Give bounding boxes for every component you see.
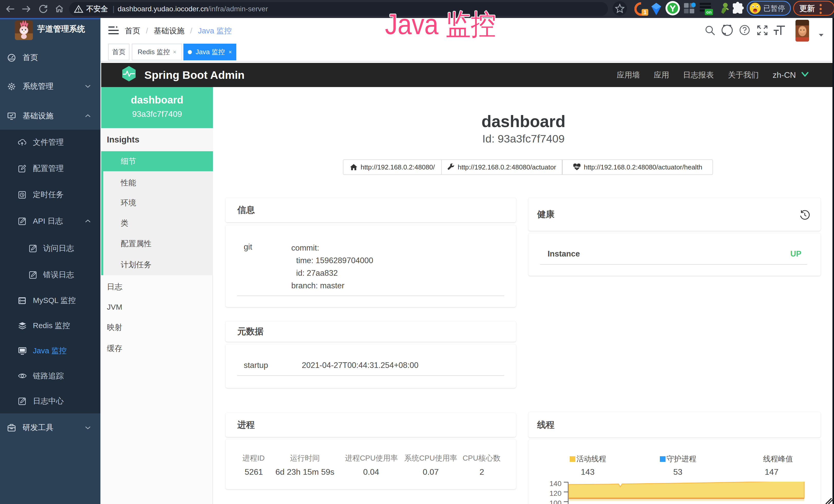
svg-text:on: on <box>706 10 712 15</box>
svg-text:1: 1 <box>643 9 646 16</box>
